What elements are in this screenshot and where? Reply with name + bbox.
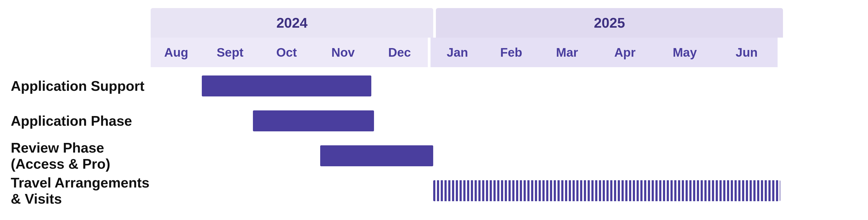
month-row: Aug Sept Oct Nov Dec Jan Feb Mar <box>151 38 857 67</box>
month-mar: Mar <box>538 38 596 67</box>
bar-application-phase <box>253 110 374 131</box>
bar-review-phase <box>320 145 433 166</box>
gantt-track-travel-arrangements <box>151 177 783 204</box>
task-label-application-phase: Application Phase <box>11 113 151 129</box>
month-apr: Apr <box>596 38 654 67</box>
year-2025-header: 2025 <box>436 8 783 38</box>
gantt-row-application-phase: Application Phase <box>11 107 857 134</box>
task-label-review-phase: Review Phase (Access & Pro) <box>11 140 151 172</box>
gantt-row-application-support: Application Support <box>11 73 857 99</box>
gantt-track-application-support <box>151 73 783 99</box>
month-feb: Feb <box>484 38 538 67</box>
task-label-application-support: Application Support <box>11 78 151 94</box>
gantt-track-review-phase <box>151 142 783 169</box>
month-oct: Oct <box>258 38 315 67</box>
header-area: 2024 2025 Aug Sept Oct Nov Dec <box>151 8 857 67</box>
bar-travel-arrangements <box>433 180 780 201</box>
year-row: 2024 2025 <box>151 8 857 38</box>
task-label-travel-arrangements: Travel Arrangements & Visits <box>11 175 151 207</box>
month-aug: Aug <box>151 38 202 67</box>
month-jan: Jan <box>431 38 484 67</box>
gantt-row-travel-arrangements: Travel Arrangements & Visits <box>11 177 857 204</box>
month-may: May <box>654 38 716 67</box>
month-dec: Dec <box>371 38 428 67</box>
gantt-row-review-phase: Review Phase (Access & Pro) <box>11 142 857 169</box>
gantt-chart: 2024 2025 Aug Sept Oct Nov Dec <box>0 0 868 220</box>
gantt-track-application-phase <box>151 107 783 134</box>
bar-application-support <box>202 75 371 97</box>
month-nov: Nov <box>315 38 371 67</box>
year-2024-header: 2024 <box>151 8 433 38</box>
month-jun: Jun <box>716 38 778 67</box>
gantt-area: Application Support Application Phase Re… <box>11 73 857 204</box>
month-sept: Sept <box>202 38 258 67</box>
